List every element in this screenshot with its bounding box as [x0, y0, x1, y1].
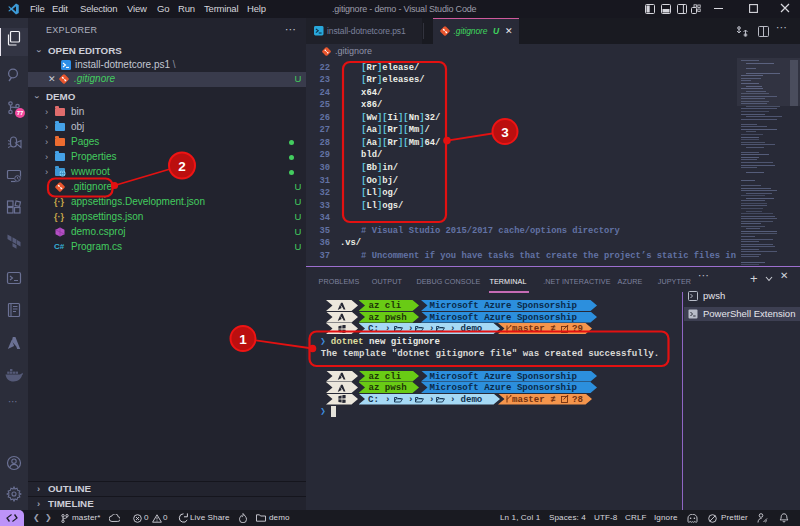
svg-text:1: 1	[239, 332, 247, 347]
svg-text:2: 2	[178, 159, 186, 174]
svg-text:3: 3	[501, 125, 509, 140]
